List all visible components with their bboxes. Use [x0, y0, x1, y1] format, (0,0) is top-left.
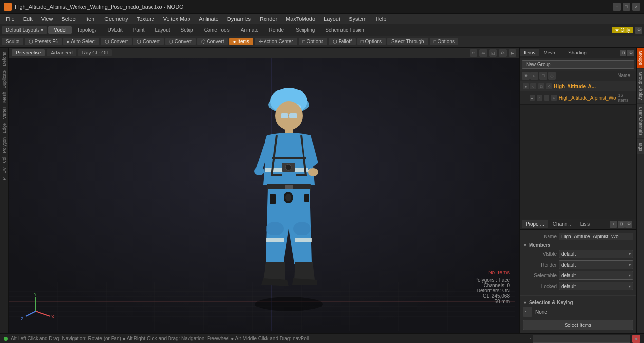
group-key-toggle[interactable]: ◇	[546, 83, 552, 89]
locked-select[interactable]: default ▾	[559, 282, 633, 290]
options-button[interactable]: □ Options	[299, 38, 327, 45]
props-tab-lists[interactable]: Lists	[576, 220, 594, 228]
rpanel-tab-mesh[interactable]: Mesh ...	[539, 49, 565, 56]
props-settings-button[interactable]: ⚙	[625, 221, 632, 228]
menu-item-file[interactable]: File	[2, 15, 19, 23]
items-lock-button[interactable]: □	[539, 72, 547, 80]
menu-item-vertex map[interactable]: Vertex Map	[159, 15, 194, 23]
props-expand-button[interactable]: ⊡	[618, 221, 625, 228]
close-button[interactable]: ×	[632, 3, 640, 11]
viewport-tool-play[interactable]: ▶	[509, 49, 516, 57]
layout-tab-animate[interactable]: Animate	[236, 26, 264, 34]
layout-tab-topology[interactable]: Topology	[73, 26, 102, 34]
star-only-label[interactable]: ★ Only	[612, 27, 633, 33]
visible-select[interactable]: default ▾	[559, 250, 633, 258]
menu-item-help[interactable]: Help	[372, 15, 391, 23]
left-tool-uv[interactable]: UV	[1, 165, 7, 176]
menu-item-texture[interactable]: Texture	[133, 15, 158, 23]
rpanel-settings-button[interactable]: ⚙	[627, 50, 634, 56]
left-tool-p[interactable]: P	[1, 175, 7, 182]
action-center-button[interactable]: ✛ Action Center	[255, 38, 297, 45]
sub-render-toggle[interactable]: ○	[537, 95, 542, 101]
user-channels-vert-tab[interactable]: User Channels	[637, 104, 644, 139]
items-button[interactable]: ● Items	[229, 38, 253, 45]
minimize-button[interactable]: −	[613, 3, 621, 11]
select-items-button[interactable]: Select Items	[523, 320, 633, 330]
sub-lock-toggle[interactable]: □	[544, 95, 549, 101]
sculpt-button[interactable]: Sculpt	[2, 38, 23, 45]
left-tool-vertex[interactable]: Vertex	[1, 105, 7, 121]
main-viewport[interactable]: Perspective Advanced Ray GL: Off ⟳ ⊕ ◱ ⚙…	[9, 48, 519, 333]
new-group-button[interactable]: New Group	[522, 60, 634, 69]
scene-3d[interactable]: X Y Z No Items Polygons : Face Channels:…	[9, 58, 519, 333]
command-input[interactable]	[533, 335, 630, 343]
presets-button[interactable]: ⬡ Presets F6	[25, 38, 62, 45]
maximize-button[interactable]: □	[623, 3, 630, 11]
left-tool-col[interactable]: Col	[1, 155, 7, 165]
menu-item-view[interactable]: View	[38, 15, 57, 23]
menu-item-edit[interactable]: Edit	[19, 15, 37, 23]
options3-button[interactable]: □ Options	[430, 38, 458, 45]
menu-item-geometry[interactable]: Geometry	[100, 15, 132, 23]
left-tool-mesh[interactable]: Mesh	[1, 90, 7, 105]
viewport-tool-rotate[interactable]: ⟳	[470, 49, 477, 57]
layout-settings-button[interactable]: ⚙	[635, 27, 642, 34]
options2-button[interactable]: □ Options	[357, 38, 386, 45]
sub-key-toggle[interactable]: ◇	[551, 95, 557, 101]
menu-item-system[interactable]: System	[345, 15, 371, 23]
viewport-tool-frame[interactable]: ◱	[489, 49, 497, 57]
layout-tab-setup[interactable]: Setup	[176, 26, 198, 34]
select-through-button[interactable]: Select Through	[387, 38, 428, 45]
falloff-button[interactable]: ⬡ Falloff	[329, 38, 356, 45]
group-eye-toggle[interactable]: ●	[523, 83, 529, 89]
items-eye-button[interactable]: 👁	[522, 72, 530, 80]
layout-tab-model[interactable]: Model	[48, 26, 71, 34]
auto-select-button[interactable]: ▸ Auto Select	[63, 38, 99, 45]
props-tab-properties[interactable]: Prope ...	[522, 220, 548, 228]
menu-item-select[interactable]: Select	[57, 15, 80, 23]
group-lock-toggle[interactable]: □	[538, 83, 544, 89]
convert-button-3[interactable]: ⬡ Convert	[165, 38, 196, 45]
convert-button-2[interactable]: ⬡ Convert	[133, 38, 164, 45]
props-add-button[interactable]: +	[610, 221, 617, 228]
viewport-tool-zoom[interactable]: ⊕	[479, 49, 487, 57]
layout-tab-uvedit[interactable]: UVEdit	[103, 26, 128, 34]
menu-item-animate[interactable]: Animate	[195, 15, 222, 23]
left-tool-edge[interactable]: Edge	[1, 121, 7, 135]
menu-item-layout[interactable]: Layout	[320, 15, 344, 23]
group-display-vert-tab[interactable]: Group Display	[637, 69, 644, 103]
name-input[interactable]: High_Altitude_Alpinist_Wo	[559, 233, 633, 240]
menu-item-dynamics[interactable]: Dynamics	[224, 15, 255, 23]
left-tool-polygon[interactable]: Polygon	[1, 135, 7, 155]
layout-tab-game-tools[interactable]: Game Tools	[199, 26, 235, 34]
viewport-tab-advanced[interactable]: Advanced	[47, 49, 76, 56]
items-list-area[interactable]	[520, 105, 636, 219]
layout-tab-layout[interactable]: Layout	[150, 26, 174, 34]
title-controls[interactable]: − □ ×	[613, 3, 640, 11]
layout-tab-scripting[interactable]: Scripting	[291, 26, 320, 34]
left-tool-duplicate[interactable]: Duplicate	[1, 68, 7, 90]
viewport-tab-perspective[interactable]: Perspective	[12, 49, 45, 56]
viewport-tool-settings[interactable]: ⚙	[499, 49, 507, 57]
menu-item-item[interactable]: Item	[81, 15, 99, 23]
menu-item-maxtomodo[interactable]: MaxToModo	[282, 15, 319, 23]
group-render-toggle[interactable]: ○	[530, 83, 536, 89]
items-render-button[interactable]: ○	[530, 72, 538, 80]
rpanel-tab-items[interactable]: Items	[520, 49, 539, 56]
items-key-button[interactable]: ◇	[548, 72, 556, 80]
layout-tab-render[interactable]: Render	[265, 26, 290, 34]
convert-button-4[interactable]: ⬡ Convert	[197, 38, 228, 45]
layout-tab-paint[interactable]: Paint	[129, 26, 150, 34]
layout-layouts-button[interactable]: Default Layouts ▾	[2, 26, 47, 34]
menu-item-render[interactable]: Render	[256, 15, 281, 23]
layout-tab-schematic-fusion[interactable]: Schematic Fusion	[321, 26, 369, 34]
convert-button-1[interactable]: ⬡ Convert	[101, 38, 132, 45]
group-sub-item[interactable]: ● ○ □ ◇ High_Altitude_Alpinist_Wo 16 Ite…	[520, 91, 636, 105]
sub-eye-toggle[interactable]: ●	[530, 95, 535, 101]
tags-vert-tab[interactable]: Tags	[637, 139, 644, 154]
viewport-tab-raygl[interactable]: Ray GL: Off	[78, 49, 112, 56]
group-item[interactable]: ● ○ □ ◇ High_Altitude_A...	[520, 81, 636, 91]
props-tab-channels[interactable]: Chann...	[549, 220, 575, 228]
left-tool-deform[interactable]: Deform	[1, 50, 7, 68]
render-select[interactable]: default ▾	[559, 260, 633, 269]
